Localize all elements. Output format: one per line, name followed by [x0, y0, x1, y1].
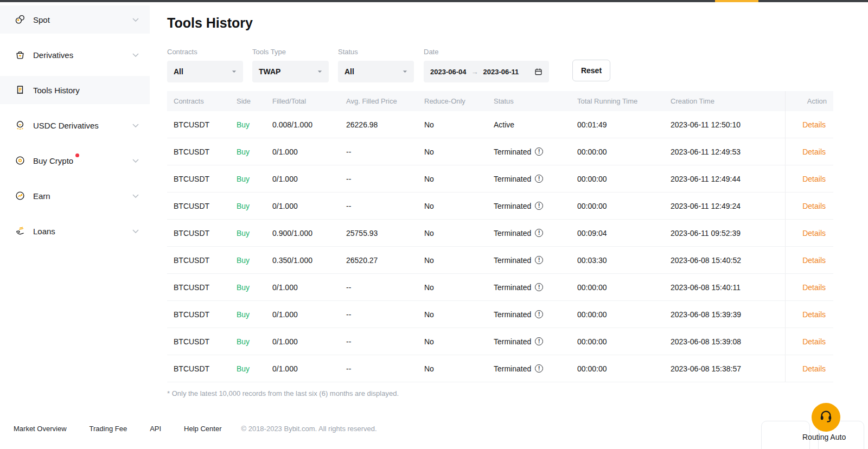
table-row: BTCUSDTBuy0/1.000--NoTerminated!00:00:00… [167, 165, 833, 193]
caret-down-icon [403, 70, 407, 73]
cell-creation-time: 2023-06-11 12:49:24 [664, 193, 785, 219]
details-link[interactable]: Details [802, 120, 826, 129]
cell-creation-time: 2023-06-11 09:52:39 [664, 220, 785, 246]
cell-filled-total: 0/1.000 [266, 193, 340, 219]
info-icon[interactable]: ! [535, 147, 543, 156]
page-title: Tools History [167, 15, 253, 31]
tools-history-table: ContractsSideFilled/TotalAvg. Filled Pri… [167, 91, 833, 382]
cell-creation-time: 2023-06-11 12:50:10 [664, 111, 785, 138]
status-select[interactable]: All [338, 61, 414, 82]
support-chat-button[interactable] [812, 403, 840, 432]
cell-creation-time: 2023-06-11 12:49:53 [664, 138, 785, 165]
cell-contracts: BTCUSDT [167, 301, 230, 328]
sidebar-item-buy-crypto[interactable]: Buy Crypto [0, 146, 150, 175]
details-link[interactable]: Details [802, 229, 826, 238]
buy-crypto-icon [15, 155, 25, 166]
column-header-contracts: Contracts [167, 91, 230, 111]
sidebar-item-label: Buy Crypto [33, 156, 73, 165]
cell-side: Buy [230, 111, 266, 138]
cell-creation-time: 2023-06-11 12:49:44 [664, 165, 785, 192]
cell-creation-time: 2023-06-08 15:40:52 [664, 247, 785, 273]
loans-icon [15, 226, 25, 236]
notification-dot [75, 153, 79, 157]
date-filter: Date 2023-06-04 → 2023-06-11 [424, 48, 549, 82]
sidebar-item-derivatives[interactable]: Derivatives [0, 41, 150, 69]
details-link[interactable]: Details [802, 175, 826, 183]
contracts-select[interactable]: All [167, 61, 243, 82]
tools-type-select[interactable]: TWAP [252, 61, 329, 82]
cell-contracts: BTCUSDT [167, 138, 230, 165]
chevron-down-icon [132, 53, 139, 57]
cell-reduce-only: No [418, 111, 487, 138]
details-link[interactable]: Details [802, 310, 826, 319]
cell-action: Details [785, 247, 833, 273]
footer-link-help-center[interactable]: Help Center [184, 425, 221, 433]
cell-reduce-only: No [418, 328, 487, 355]
info-icon[interactable]: ! [535, 337, 543, 345]
info-icon[interactable]: ! [535, 175, 543, 183]
copyright-text: © 2018-2023 Bybit.com. All rights reserv… [241, 425, 376, 433]
info-icon[interactable]: ! [535, 283, 543, 291]
tools-history-icon [15, 85, 25, 95]
cell-contracts: BTCUSDT [167, 328, 230, 355]
cell-reduce-only: No [418, 138, 487, 165]
info-icon[interactable]: ! [535, 256, 543, 264]
info-icon[interactable]: ! [535, 229, 543, 237]
cell-total-running-time: 00:00:00 [571, 274, 664, 300]
sidebar-item-loans[interactable]: Loans [0, 217, 150, 245]
cell-action: Details [785, 193, 833, 219]
cell-action: Details [785, 111, 833, 138]
usdc-derivatives-icon [15, 120, 25, 131]
cell-avg-filled-price: 26520.27 [340, 247, 418, 273]
cell-status: Terminated! [487, 274, 571, 300]
cell-status: Terminated! [487, 138, 571, 165]
spot-icon [15, 14, 25, 25]
footer-link-market-overview[interactable]: Market Overview [14, 425, 67, 433]
page-footer: Market OverviewTrading FeeAPIHelp Center… [14, 425, 377, 433]
sidebar-item-earn[interactable]: Earn [0, 182, 150, 210]
cell-action: Details [785, 328, 833, 355]
sidebar-item-usdc-derivatives[interactable]: USDC Derivatives [0, 111, 150, 139]
sidebar-item-label: Loans [33, 227, 55, 236]
cell-side: Buy [230, 274, 266, 300]
details-link[interactable]: Details [802, 202, 826, 210]
details-link[interactable]: Details [802, 147, 826, 156]
cell-side: Buy [230, 220, 266, 246]
table-row: BTCUSDTBuy0/1.000--NoTerminated!00:00:00… [167, 193, 833, 220]
info-icon[interactable]: ! [535, 310, 543, 318]
sidebar-item-tools-history[interactable]: Tools History [0, 76, 150, 104]
column-header-reduce-only: Reduce-Only [418, 91, 487, 111]
column-header-filled-total: Filled/Total [266, 91, 340, 111]
cell-side: Buy [230, 328, 266, 355]
contracts-filter: Contracts All [167, 48, 243, 82]
sidebar-item-label: USDC Derivatives [33, 121, 99, 130]
column-header-creation-time: Creation Time [664, 91, 785, 111]
info-icon[interactable]: ! [535, 202, 543, 210]
derivatives-icon [15, 49, 25, 60]
reset-button[interactable]: Reset [572, 60, 610, 81]
status-filter-label: Status [338, 48, 414, 56]
cell-status: Terminated! [487, 193, 571, 219]
details-link[interactable]: Details [802, 364, 826, 373]
column-header-status: Status [487, 91, 571, 111]
footer-link-api[interactable]: API [150, 425, 161, 433]
cell-contracts: BTCUSDT [167, 165, 230, 192]
sidebar-item-spot[interactable]: Spot [0, 5, 150, 34]
details-link[interactable]: Details [802, 283, 826, 292]
column-header-action: Action [785, 91, 833, 111]
cell-creation-time: 2023-06-08 15:39:08 [664, 328, 785, 355]
details-link[interactable]: Details [802, 256, 826, 265]
chevron-down-icon [132, 194, 139, 198]
cell-reduce-only: No [418, 247, 487, 273]
info-icon[interactable]: ! [535, 364, 543, 373]
footer-link-trading-fee[interactable]: Trading Fee [90, 425, 127, 433]
table-row: BTCUSDTBuy0/1.000--NoTerminated!00:00:00… [167, 274, 833, 301]
details-link[interactable]: Details [802, 337, 826, 346]
date-filter-label: Date [424, 48, 549, 56]
cell-contracts: BTCUSDT [167, 111, 230, 138]
date-range-picker[interactable]: 2023-06-04 → 2023-06-11 [424, 61, 549, 82]
chevron-down-icon [132, 18, 139, 22]
cell-filled-total: 0.900/1.000 [266, 220, 340, 246]
table-row: BTCUSDTBuy0.350/1.00026520.27NoTerminate… [167, 247, 833, 274]
cell-status: Terminated! [487, 301, 571, 328]
